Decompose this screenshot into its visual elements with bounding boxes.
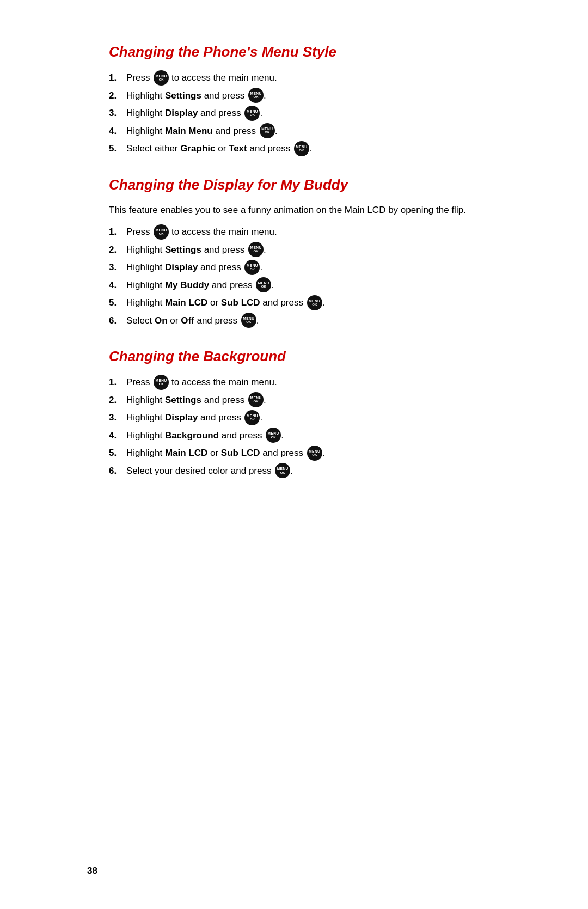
menu-button-icon: MENUOK [307,295,322,310]
step-6: Select your desired color and press MENU… [124,463,501,479]
step-4: Highlight Main Menu and press MENUOK. [124,124,501,139]
step-4: Highlight My Buddy and press MENUOK. [124,278,501,294]
section-title-my-buddy: Changing the Display for My Buddy [109,176,501,193]
section-title-menu-style: Changing the Phone's Menu Style [109,44,501,60]
step-2: Highlight Settings and press MENUOK. [124,88,501,104]
menu-button-icon: MENUOK [154,224,169,240]
step-3: Highlight Display and press MENUOK. [124,410,501,426]
menu-button-icon: MENUOK [294,141,309,156]
menu-button-icon: MENUOK [244,106,260,121]
section-my-buddy: Changing the Display for My Buddy This f… [109,176,501,329]
step-2: Highlight Settings and press MENUOK. [124,393,501,408]
menu-button-icon: MENUOK [241,313,256,328]
step-3: Highlight Display and press MENUOK. [124,260,501,276]
menu-button-icon: MENUOK [248,242,264,257]
steps-menu-style: Press MENUOK to access the main menu. Hi… [124,70,501,157]
page: Changing the Phone's Menu Style Press ME… [0,0,588,909]
menu-button-icon: MENUOK [244,260,260,275]
step-1: Press MENUOK to access the main menu. [124,375,501,391]
step-4: Highlight Background and press MENUOK. [124,428,501,444]
page-number: 38 [87,865,97,876]
step-5: Highlight Main LCD or Sub LCD and press … [124,446,501,461]
menu-button-icon: MENUOK [244,410,260,425]
section-menu-style: Changing the Phone's Menu Style Press ME… [109,44,501,157]
step-5: Highlight Main LCD or Sub LCD and press … [124,295,501,311]
section-description-my-buddy: This feature enables you to see a funny … [109,203,501,217]
step-3: Highlight Display and press MENUOK. [124,106,501,121]
menu-button-icon: MENUOK [154,70,169,86]
menu-button-icon: MENUOK [154,375,169,390]
menu-button-icon: MENUOK [256,277,271,292]
menu-button-icon: MENUOK [266,428,281,443]
step-2: Highlight Settings and press MENUOK. [124,242,501,258]
menu-button-icon: MENUOK [275,463,290,478]
step-5: Select either Graphic or Text and press … [124,141,501,157]
steps-my-buddy: Press MENUOK to access the main menu. Hi… [124,224,501,328]
menu-button-icon: MENUOK [307,446,322,461]
step-1: Press MENUOK to access the main menu. [124,70,501,86]
step-6: Select On or Off and press MENUOK. [124,313,501,329]
steps-background: Press MENUOK to access the main menu. Hi… [124,375,501,479]
menu-button-icon: MENUOK [248,392,264,407]
section-title-background: Changing the Background [109,348,501,365]
menu-button-icon: MENUOK [260,123,275,138]
section-background: Changing the Background Press MENUOK to … [109,348,501,479]
step-1: Press MENUOK to access the main menu. [124,224,501,240]
menu-button-icon: MENUOK [248,88,264,103]
